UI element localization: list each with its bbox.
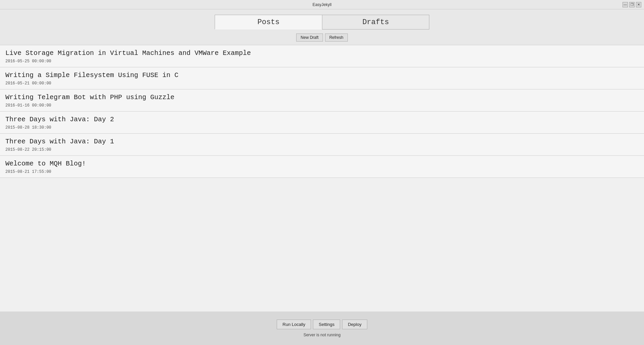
- post-date: 2015-08-22 20:15:00: [5, 147, 639, 152]
- post-title: Welcome to MQH Blog!: [5, 160, 639, 167]
- toolbar: New Draft Refresh: [0, 33, 644, 45]
- post-title: Writing a Simple Filesystem Using FUSE i…: [5, 71, 639, 79]
- restore-button[interactable]: ❐: [629, 2, 635, 7]
- list-item[interactable]: Writing a Simple Filesystem Using FUSE i…: [0, 67, 644, 89]
- refresh-button[interactable]: Refresh: [325, 33, 348, 42]
- list-item[interactable]: Writing Telegram Bot with PHP using Guzz…: [0, 89, 644, 112]
- list-item[interactable]: Three Days with Java: Day 22015-08-28 18…: [0, 112, 644, 134]
- list-item[interactable]: Three Days with Java: Day 12015-08-22 20…: [0, 134, 644, 156]
- post-date: 2016-05-21 00:00:00: [5, 81, 639, 86]
- post-title: Writing Telegram Bot with PHP using Guzz…: [5, 93, 639, 101]
- post-list: Live Storage Migration in Virtual Machin…: [0, 45, 644, 312]
- post-title: Three Days with Java: Day 2: [5, 116, 639, 123]
- post-date: 2016-05-25 00:00:00: [5, 59, 639, 64]
- new-draft-button[interactable]: New Draft: [296, 33, 323, 42]
- post-title: Three Days with Java: Day 1: [5, 138, 639, 145]
- server-status: Server is not running: [304, 333, 341, 337]
- list-item[interactable]: Welcome to MQH Blog!2015-08-21 17:55:00: [0, 156, 644, 178]
- footer: Run Locally Settings Deploy Server is no…: [0, 312, 644, 345]
- settings-button[interactable]: Settings: [313, 320, 340, 329]
- close-button[interactable]: ✕: [636, 2, 641, 7]
- run-locally-button[interactable]: Run Locally: [277, 320, 311, 329]
- app-title: EasyJekyll: [313, 2, 332, 7]
- tab-posts[interactable]: Posts: [215, 15, 322, 29]
- list-item[interactable]: Live Storage Migration in Virtual Machin…: [0, 45, 644, 67]
- footer-buttons: Run Locally Settings Deploy: [277, 320, 367, 329]
- post-date: 2015-08-21 17:55:00: [5, 169, 639, 174]
- post-date: 2016-01-16 00:00:00: [5, 103, 639, 108]
- app-container: Posts Drafts New Draft Refresh Live Stor…: [0, 9, 644, 312]
- minimize-button[interactable]: —: [623, 2, 628, 7]
- title-bar: EasyJekyll — ❐ ✕: [0, 0, 644, 9]
- window-controls: — ❐ ✕: [623, 2, 641, 7]
- tab-drafts[interactable]: Drafts: [322, 15, 429, 29]
- deploy-button[interactable]: Deploy: [342, 320, 367, 329]
- post-date: 2015-08-28 18:30:00: [5, 125, 639, 130]
- tab-bar: Posts Drafts: [0, 9, 644, 33]
- post-title: Live Storage Migration in Virtual Machin…: [5, 49, 639, 57]
